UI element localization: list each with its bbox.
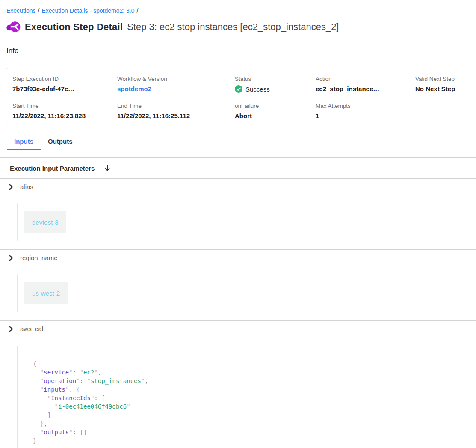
section-body-aws_call: { "service": "ec2", "operation": "stop_i… xyxy=(0,337,476,448)
info-field: onFailureAbort xyxy=(235,103,316,119)
info-field-label: Start Time xyxy=(12,103,117,109)
info-field-label: End Time xyxy=(117,103,235,109)
chevron-right-icon xyxy=(9,184,14,190)
page-header: Execution Step Detail Step 3: ec2 stop i… xyxy=(6,21,476,33)
info-field-value: ec2_stop_instance… xyxy=(316,85,415,92)
info-field-label: Max Attempts xyxy=(316,103,415,109)
info-field: End Time11/22/2022, 11:16:25.112 xyxy=(117,103,235,119)
chevron-right-icon xyxy=(9,255,14,261)
execution-step-detail-page: Executions/Execution Details - spotdemo2… xyxy=(0,0,476,448)
chevron-right-icon xyxy=(9,326,14,332)
info-card: Step Execution ID7b73f93e-edaf-47c…Workf… xyxy=(6,68,476,125)
info-field-value[interactable]: spotdemo2 xyxy=(117,85,235,92)
value-chip: devtest-3 xyxy=(24,211,66,233)
page-title: Execution Step Detail xyxy=(25,21,123,33)
code-json: { "service": "ec2", "operation": "stop_i… xyxy=(17,346,476,448)
info-field-label: Valid Next Step xyxy=(415,76,476,82)
breadcrumb-separator: / xyxy=(38,7,39,14)
breadcrumb: Executions/Execution Details - spotdemo2… xyxy=(0,0,476,15)
info-field: Workflow & Versionspotdemo2 xyxy=(117,76,235,93)
section-body-region_name: us-west-2 xyxy=(0,266,476,321)
info-field-label: Workflow & Version xyxy=(117,76,235,82)
info-field-value: 11/22/2022, 11:16:25.112 xyxy=(117,112,235,119)
info-field-value: Abort xyxy=(235,112,316,119)
section-header-aws_call[interactable]: aws_call xyxy=(0,321,476,337)
tab-outputs[interactable]: Outputs xyxy=(41,134,80,150)
section-header-alias[interactable]: alias xyxy=(0,179,476,195)
info-field-label: onFailure xyxy=(235,103,316,109)
header-divider xyxy=(0,39,476,39)
value-panel: devtest-3 xyxy=(17,203,476,241)
section-name: region_name xyxy=(20,254,58,261)
parameter-sections: aliasdevtest-3region_nameus-west-2aws_ca… xyxy=(0,179,476,448)
tab-bar: InputsOutputs xyxy=(0,134,476,150)
info-field: Actionec2_stop_instance… xyxy=(316,76,415,93)
info-field: Step Execution ID7b73f93e-edaf-47c… xyxy=(12,76,117,93)
page-subtitle: Step 3: ec2 stop instances [ec2_stop_ins… xyxy=(127,21,339,33)
params-title: Execution Input Parameters xyxy=(10,165,95,172)
params-header: Execution Input Parameters xyxy=(0,157,476,179)
info-divider xyxy=(0,61,476,61)
value-chip: us-west-2 xyxy=(24,282,68,304)
status-badge: Success xyxy=(235,85,316,93)
workflow-app-logo-icon xyxy=(6,21,21,33)
info-field-label: Status xyxy=(235,76,316,82)
section-name: alias xyxy=(20,183,33,190)
info-field: Valid Next StepNo Next Step xyxy=(415,76,476,93)
value-panel: us-west-2 xyxy=(17,274,476,312)
info-field: Start Time11/22/2022, 11:16:23.828 xyxy=(12,103,117,119)
info-field-value: 1 xyxy=(316,112,415,119)
info-field-label: Action xyxy=(316,76,415,82)
info-field: StatusSuccess xyxy=(235,76,316,93)
arrow-down-icon[interactable] xyxy=(104,164,111,172)
tab-inputs[interactable]: Inputs xyxy=(7,134,41,150)
info-field-value: 11/22/2022, 11:16:23.828 xyxy=(12,112,117,119)
section-name: aws_call xyxy=(20,325,45,332)
success-check-icon xyxy=(235,85,245,93)
info-section-heading: Info xyxy=(6,47,476,55)
info-field-value: No Next Step xyxy=(415,85,476,92)
info-field: Max Attempts1 xyxy=(316,103,415,119)
section-header-region_name[interactable]: region_name xyxy=(0,250,476,266)
breadcrumb-link[interactable]: Execution Details - spotdemo2: 3.0 xyxy=(41,7,134,14)
section-body-alias: devtest-3 xyxy=(0,195,476,250)
status-text: Success xyxy=(245,86,270,93)
breadcrumb-link[interactable]: Executions xyxy=(6,7,35,14)
info-field-label: Step Execution ID xyxy=(12,76,117,82)
info-field-value: 7b73f93e-edaf-47c… xyxy=(12,85,117,92)
breadcrumb-separator: / xyxy=(137,7,139,14)
